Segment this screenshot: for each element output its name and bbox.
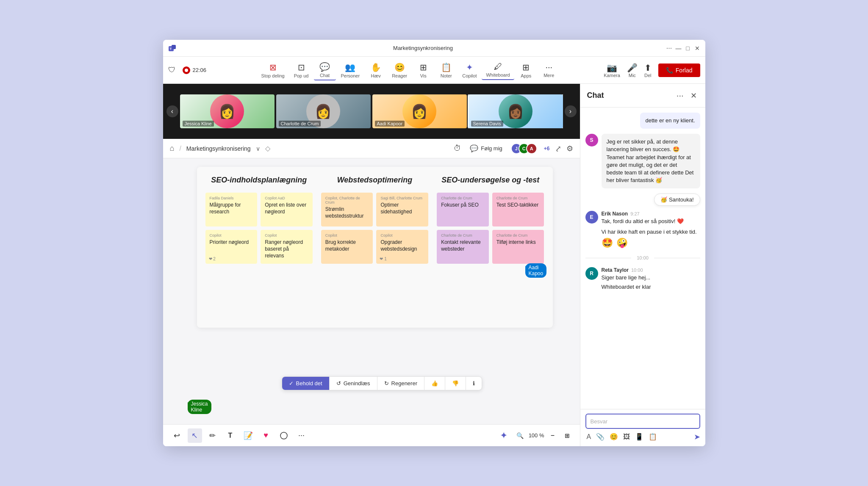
erik-name: Erik Nason	[602, 211, 628, 217]
regenerer-button[interactable]: ↻ Regenerer	[377, 377, 424, 390]
noter-button[interactable]: 📋 Noter	[435, 61, 457, 80]
avatar-3[interactable]: A	[526, 143, 537, 154]
send-button[interactable]: ➤	[694, 432, 700, 442]
whiteboard-canvas: SEO-indholdsplanlægning Fadila Daniels M…	[197, 167, 553, 328]
timer-label: 22:06	[193, 67, 207, 73]
serena-name: Serena Davis	[471, 121, 503, 127]
text-tool-button[interactable]: T	[223, 428, 238, 443]
settings-icon[interactable]: ⚙	[566, 144, 573, 153]
wb-card-1-4[interactable]: Copilot Ranger nøgleord baseret på relev…	[261, 230, 313, 264]
video-strip: ‹ 👩 Jessica Kline 👩	[163, 84, 580, 139]
pop-ud-button[interactable]: ⊡ Pop ud	[290, 61, 313, 80]
chat-panel: Chat ··· ✕ dette er en ny klient. S Jeg	[580, 84, 705, 446]
wb-card-2-2[interactable]: Sagi Bill, Charlotte Crum Optimer sideha…	[376, 193, 428, 226]
erik-meta: Erik Nason 9:27	[602, 211, 700, 217]
whiteboard-button[interactable]: 🖊 Whiteboard	[482, 60, 514, 80]
shapes-tool-button[interactable]	[277, 428, 291, 443]
genindlaes-button[interactable]: ↺ Genindlæs	[330, 377, 377, 390]
sticky-tool-button[interactable]: 📝	[241, 428, 255, 443]
video-next-button[interactable]: ›	[565, 105, 577, 117]
breadcrumb-pin-icon[interactable]: ◇	[265, 144, 270, 152]
copilot-tool-button[interactable]: ✦	[496, 428, 511, 443]
plus-badge[interactable]: +6	[544, 146, 550, 152]
chat-more-button[interactable]: ···	[675, 89, 685, 102]
attach-icon[interactable]: 📎	[595, 431, 606, 442]
stop-deling-button[interactable]: ⊠ Stop deling	[257, 61, 289, 80]
format-text-icon[interactable]: A	[585, 432, 593, 442]
apps-button[interactable]: ⊞ Apps	[515, 61, 537, 80]
emoji-icon[interactable]: 😊	[608, 431, 619, 442]
meeting-icon[interactable]: 📱	[634, 431, 645, 442]
video-prev-button[interactable]: ‹	[166, 105, 178, 117]
chat-input-area: Besvar A 📎 😊 🖼 📱 📋 ➤	[580, 409, 705, 446]
home-icon[interactable]: ⌂	[170, 144, 175, 153]
maximize-button[interactable]: □	[685, 45, 691, 51]
zoom-fit-button[interactable]: ⊞	[561, 430, 573, 442]
wb-card-2-1[interactable]: Copilot, Charlotte de Crum Strømlin webs…	[321, 193, 373, 226]
chat-title: Chat	[587, 91, 671, 100]
more-tools-button[interactable]: ···	[294, 428, 309, 443]
wb-card-3-4[interactable]: Charlotte de Crum Tilføj interne links	[492, 230, 544, 264]
clipboard-icon[interactable]: 📋	[647, 431, 658, 442]
wb-card-3-1[interactable]: Charlotte de Crum Fokuser på SEO	[437, 193, 489, 226]
image-icon[interactable]: 🖼	[622, 432, 631, 442]
zoom-search-button[interactable]: 🔍	[514, 430, 526, 442]
react-icon: 😊	[394, 62, 405, 72]
wb-card-1-1[interactable]: Fadila Daniels Målgruppe for research	[205, 193, 258, 226]
forlad-button[interactable]: 📞 Forlad	[658, 64, 700, 77]
zoom-controls: 🔍 100 % − ⊞	[514, 430, 573, 442]
video-thumb-charlotte[interactable]: 👩 Charlotte de Crum	[276, 94, 371, 128]
wb-card-2-2-label: Sagi Bill, Charlotte Crum	[380, 196, 424, 200]
wb-card-2-4-footer: ❤ 1	[380, 257, 386, 261]
personer-button[interactable]: 👥 Personer	[337, 61, 364, 80]
breadcrumb-chevron-icon[interactable]: ∨	[256, 145, 260, 152]
close-button[interactable]: ✕	[694, 45, 700, 51]
behold-button[interactable]: ✓ Behold det	[282, 377, 330, 390]
cursor-label-jessica: Jessica Kline	[188, 400, 211, 414]
pen-tool-button[interactable]: ✏	[205, 428, 220, 443]
minimize-button[interactable]: —	[676, 45, 682, 51]
reager-button[interactable]: 😊 Reager	[388, 61, 411, 80]
wb-card-3-2[interactable]: Charlotte de Crum Test SEO-taktikker	[492, 193, 544, 226]
regenerer-label: Regenerer	[391, 380, 417, 387]
zoom-out-button[interactable]: −	[547, 430, 559, 442]
thumbdown-button[interactable]: 👎	[445, 377, 466, 390]
chat-button[interactable]: 💬 Chat	[314, 60, 336, 80]
wb-card-1-3-label: Copilot	[210, 233, 253, 237]
wb-col-1-cards: Fadila Daniels Målgruppe for research Co…	[205, 193, 313, 264]
kamera-button[interactable]: 📷 Kamera	[604, 63, 620, 78]
wb-card-2-4[interactable]: Copilot Opgrader webstedsdesign ❤ 1	[376, 230, 428, 264]
chat-input-box[interactable]: Besvar	[585, 414, 700, 429]
erik-text-2: Vi har ikke haft en pause i et stykke ti…	[602, 228, 700, 236]
wb-card-2-3[interactable]: Copilot Brug korrekte metakoder	[321, 230, 373, 264]
wb-card-3-3[interactable]: Charlotte de Crum Kontakt relevante webs…	[437, 230, 489, 264]
copilot-button[interactable]: ✦ Copilot	[458, 61, 481, 80]
video-thumb-serena[interactable]: 👩🏾 Serena Davis	[469, 94, 563, 128]
chat-input-toolbar: A 📎 😊 🖼 📱 📋 ➤	[585, 431, 700, 442]
heart-tool-button[interactable]: ♥	[259, 428, 273, 443]
wb-card-3-4-label: Charlotte de Crum	[496, 233, 540, 237]
window-title: Marketingsynkronisering	[180, 45, 666, 51]
haev-button[interactable]: ✋ Hæv	[365, 61, 387, 80]
share-icon[interactable]: ⤤	[555, 144, 561, 153]
del-button[interactable]: ⬆ Del	[644, 63, 652, 78]
chat-close-button[interactable]: ✕	[689, 89, 699, 102]
whiteboard-icon: 🖊	[494, 62, 502, 72]
mic-button[interactable]: 🎤 Mic	[627, 63, 638, 78]
thumbup-button[interactable]: 👍	[424, 377, 445, 390]
video-thumb-aadi[interactable]: 👩 Aadi Kapoor	[372, 94, 467, 128]
video-thumb-jessica[interactable]: 👩 Jessica Kline	[180, 94, 275, 128]
mere-button[interactable]: ··· Mere	[538, 61, 560, 80]
kamera-label: Kamera	[604, 73, 620, 78]
select-tool-button[interactable]: ↖	[188, 428, 202, 443]
follow-button[interactable]: 💬 Følg mig	[466, 143, 506, 154]
wb-card-1-3[interactable]: Copilot Prioriter nøgleord ❤ 2	[205, 230, 258, 264]
window-more-icon[interactable]: ···	[666, 45, 672, 51]
wb-card-1-2[interactable]: Copilot AaD Opret en liste over nøgleord	[261, 193, 313, 226]
breadcrumb-title[interactable]: Marketingsynkronisering	[186, 145, 251, 152]
meeting-toolbar: 🛡 22:06 ⊠ Stop deling ⊡ Pop ud 💬 Chat	[163, 57, 705, 84]
info-button[interactable]: ℹ	[466, 377, 482, 390]
undo-button[interactable]: ↩	[170, 428, 184, 443]
reaction-1: 🤩	[602, 237, 613, 249]
vis-button[interactable]: ⊞ Vis	[412, 61, 434, 80]
